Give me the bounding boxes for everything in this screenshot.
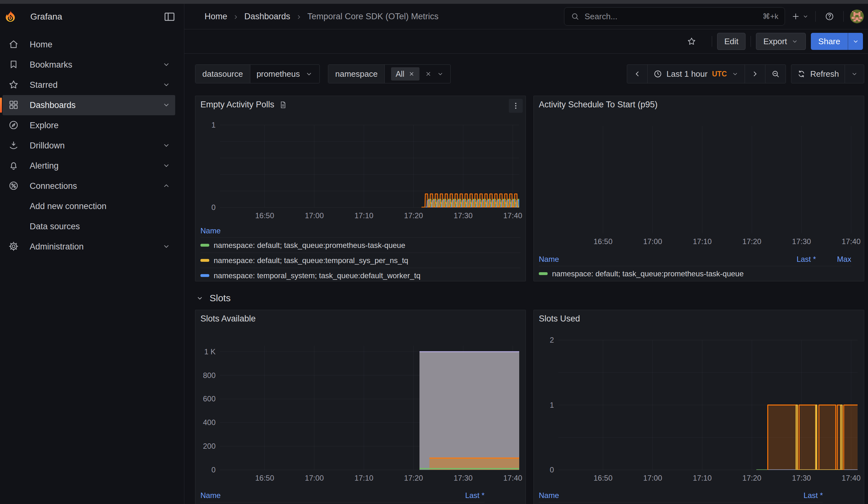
legend-column[interactable]: Last * (776, 491, 823, 500)
sidebar-header: Grafana (0, 4, 184, 29)
legend-row[interactable]: namespace: default; task_queue:prometheu… (200, 238, 520, 253)
svg-text:17:10: 17:10 (354, 211, 373, 220)
breadcrumb-dashboards[interactable]: Dashboards (244, 12, 290, 21)
sidebar-item-starred[interactable]: Starred (2, 75, 175, 95)
chevron-down-icon[interactable] (436, 70, 444, 78)
breadcrumb: Home Dashboards Temporal Core SDK (OTel)… (205, 12, 438, 21)
sidebar: Grafana HomeBookmarksStarredDashboardsEx… (0, 4, 184, 504)
chevron-down-icon[interactable] (162, 161, 172, 171)
sidebar-item-connections[interactable]: Connections (2, 176, 175, 196)
timeseries-chart[interactable]: 16:5017:0017:1017:2017:3017:40 (534, 113, 864, 252)
panel-title[interactable]: Activity Schedule To Start (p95) (539, 100, 658, 110)
chevron-down-icon[interactable] (162, 242, 172, 251)
chevron-right-icon (751, 70, 760, 78)
avatar[interactable] (850, 10, 864, 23)
search-icon (571, 12, 579, 21)
chevron-down-icon[interactable] (162, 60, 172, 70)
dashboard-actions-bar: Edit Export Share (184, 29, 868, 54)
grafana-logo-icon[interactable] (4, 10, 17, 23)
legend-row[interactable]: namespace: default; task_queue:prometheu… (539, 502, 823, 504)
chevron-left-icon (633, 70, 642, 78)
namespace-value-pill[interactable]: All (391, 67, 420, 81)
panel-title[interactable]: Empty Activity Polls (200, 100, 274, 110)
chevron-down-icon[interactable] (162, 101, 172, 110)
sidebar-item-administration[interactable]: Administration (2, 237, 175, 257)
favorite-button[interactable] (684, 34, 699, 49)
share-dropdown-button[interactable] (848, 33, 863, 50)
chevron-down-icon (852, 38, 859, 45)
sidebar-item-add-new-connection[interactable]: Add new connection (2, 196, 175, 216)
legend-column[interactable]: Name (200, 491, 437, 500)
legend-row[interactable]: namespace: default; task_queue:prometheu… (539, 266, 851, 281)
clock-icon (653, 70, 662, 78)
legend-row[interactable]: namespace: temporal_system; task_queue:d… (200, 268, 520, 281)
clear-icon[interactable] (425, 70, 432, 78)
panel-menu-button[interactable] (509, 99, 523, 113)
datasource-filter: datasource prometheus (195, 64, 320, 83)
section-title: Slots (209, 293, 231, 304)
namespace-select[interactable]: All (385, 65, 451, 83)
edit-button[interactable]: Edit (717, 33, 746, 50)
svg-text:17:40: 17:40 (504, 474, 523, 482)
sidebar-item-drilldown[interactable]: Drilldown (2, 135, 175, 156)
datasource-label: datasource (195, 65, 250, 83)
sidebar-item-data-sources[interactable]: Data sources (2, 216, 175, 237)
remove-value-icon[interactable] (408, 70, 415, 78)
panel-slots-available: Slots Available 16:5017:0017:1017:2017:3… (195, 310, 526, 504)
chevron-down-icon[interactable] (162, 141, 172, 150)
namespace-filter: namespace All (328, 64, 451, 83)
home-icon (8, 39, 20, 50)
sidebar-item-dashboards[interactable]: Dashboards (2, 95, 175, 115)
chevron-up-icon[interactable] (162, 181, 172, 191)
new-item-button[interactable] (791, 12, 809, 21)
chevron-down-icon (305, 70, 313, 78)
legend-column[interactable]: Name (200, 226, 520, 235)
dashboard-body: datasource prometheus namespace All (184, 54, 868, 504)
sidebar-item-alerting[interactable]: Alerting (2, 156, 175, 176)
svg-text:17:10: 17:10 (354, 474, 373, 482)
section-slots[interactable]: Slots (196, 293, 864, 304)
zoom-out-button[interactable] (765, 64, 786, 83)
legend-column[interactable]: Last * (437, 491, 485, 500)
time-range-picker[interactable]: Last 1 hour UTC (647, 64, 745, 83)
search-input[interactable] (585, 12, 757, 21)
help-icon[interactable] (822, 9, 837, 24)
legend-column[interactable]: Max (816, 255, 851, 264)
chevron-down-icon[interactable] (162, 80, 172, 90)
time-forward-button[interactable] (745, 64, 765, 83)
chevron-right-icon (232, 13, 239, 20)
svg-text:0: 0 (211, 203, 216, 212)
timeseries-chart[interactable]: 16:5017:0017:1017:2017:3017:400200400600… (195, 328, 526, 488)
legend-column[interactable]: Name (539, 491, 776, 500)
panel-header: Slots Available (195, 310, 526, 328)
share-button[interactable]: Share (811, 33, 848, 50)
description-icon[interactable] (279, 101, 288, 109)
svg-text:0: 0 (550, 465, 554, 474)
sidebar-item-bookmarks[interactable]: Bookmarks (2, 55, 175, 75)
datasource-select[interactable]: prometheus (250, 65, 319, 83)
svg-text:17:40: 17:40 (504, 211, 523, 220)
svg-text:600: 600 (203, 394, 216, 403)
legend-header: Name (200, 224, 520, 238)
divider (815, 11, 816, 22)
sidebar-item-home[interactable]: Home (2, 34, 175, 55)
legend-row[interactable]: namespace: default; task_queue:temporal_… (200, 253, 520, 268)
time-back-button[interactable] (627, 64, 648, 83)
plus-icon (791, 12, 800, 21)
plug-icon (8, 180, 20, 192)
sidebar-item-explore[interactable]: Explore (2, 115, 175, 135)
legend-column[interactable]: Name (539, 255, 768, 264)
panel-title[interactable]: Slots Used (539, 314, 580, 324)
sidebar-toggle-icon[interactable] (163, 10, 176, 23)
legend-column[interactable]: Last * (768, 255, 816, 264)
export-button[interactable]: Export (756, 33, 806, 50)
panel-title[interactable]: Slots Available (200, 314, 256, 324)
refresh-interval-button[interactable] (845, 64, 864, 83)
timeseries-chart[interactable]: 16:5017:0017:1017:2017:3017:4001 (195, 113, 526, 224)
search-bar[interactable]: ⌘+k (564, 7, 785, 25)
timezone-label: UTC (712, 70, 727, 78)
timeseries-chart[interactable]: 16:5017:0017:1017:2017:3017:40012 (534, 328, 864, 488)
breadcrumb-home[interactable]: Home (205, 12, 227, 21)
legend-row[interactable]: namespace: default; task_queue:prometheu… (200, 502, 485, 504)
refresh-button[interactable]: Refresh (791, 64, 845, 83)
